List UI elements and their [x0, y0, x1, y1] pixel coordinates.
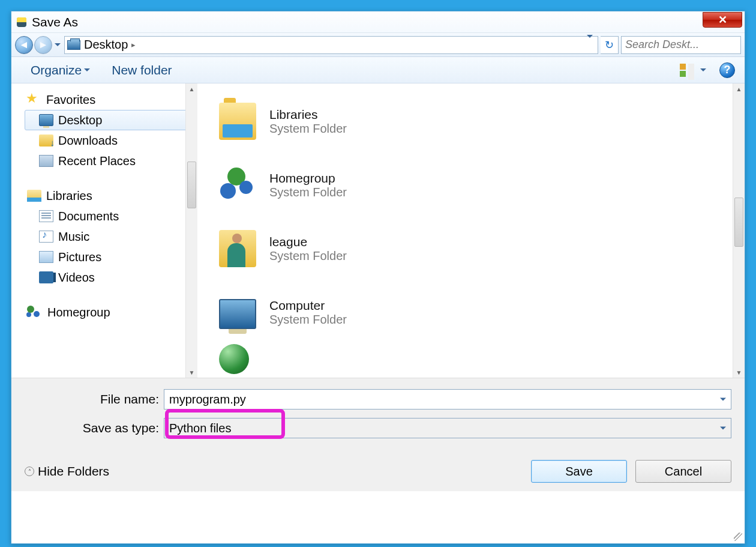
dialog-footer: File name: myprogram.py Save as type: Py… — [11, 378, 745, 491]
downloads-icon — [39, 134, 53, 147]
homegroup-icon — [27, 306, 43, 319]
list-item[interactable]: Computer System Folder — [219, 280, 729, 344]
sidebar-item-label: Pictures — [58, 250, 101, 264]
resize-grip-icon[interactable] — [734, 533, 742, 541]
scroll-up-icon[interactable]: ▲ — [186, 83, 197, 94]
homegroup-icon — [219, 166, 256, 204]
breadcrumb-location: Desktop — [84, 38, 128, 52]
toolbar: Organize New folder ? — [11, 57, 745, 83]
sidebar-item-downloads[interactable]: Downloads — [25, 130, 196, 151]
refresh-button[interactable]: ↻ — [601, 36, 619, 54]
monitor-icon — [39, 114, 53, 126]
recent-places-icon — [39, 155, 53, 167]
star-icon — [27, 94, 41, 106]
sidebar-item-label: Desktop — [58, 113, 102, 127]
close-button[interactable]: ✕ — [703, 12, 742, 28]
sidebar-item-label: Videos — [58, 271, 95, 285]
sidebar-item-recent-places[interactable]: Recent Places — [25, 151, 196, 171]
sidebar-item-label: Homegroup — [47, 306, 110, 319]
libraries-icon — [219, 103, 256, 140]
user-folder-icon — [219, 230, 256, 267]
chevron-down-icon — [84, 68, 90, 71]
savetype-value: Python files — [169, 422, 231, 435]
scroll-down-icon[interactable]: ▼ — [186, 367, 197, 378]
chevron-down-icon[interactable] — [720, 427, 726, 430]
filename-label: File name: — [25, 392, 164, 406]
organize-menu[interactable]: Organize — [31, 63, 90, 77]
sidebar-scrollbar[interactable]: ▲ ▼ — [185, 83, 197, 378]
sidebar-item-label: Documents — [58, 210, 119, 223]
computer-icon — [219, 299, 256, 329]
list-item[interactable] — [219, 344, 729, 374]
library-icon — [27, 190, 41, 202]
new-folder-button[interactable]: New folder — [112, 63, 172, 77]
new-folder-label: New folder — [112, 63, 172, 77]
save-button[interactable]: Save — [531, 460, 627, 483]
help-icon: ? — [724, 64, 731, 76]
document-icon — [39, 210, 53, 222]
close-icon: ✕ — [718, 13, 727, 26]
sidebar-item-label: Music — [58, 230, 89, 244]
sidebar-favorites-header[interactable]: Favorites — [25, 89, 196, 110]
window-title: Save As — [32, 15, 78, 29]
scroll-up-icon[interactable]: ▲ — [733, 83, 745, 94]
list-item-title: Homegroup — [269, 171, 347, 186]
pictures-icon — [39, 251, 53, 263]
list-item[interactable]: league System Folder — [219, 217, 729, 280]
sidebar-item-videos[interactable]: Videos — [25, 267, 196, 288]
sidebar-item-label: Recent Places — [58, 154, 136, 168]
sidebar-header-label: Libraries — [46, 189, 92, 203]
list-item-subtitle: System Folder — [269, 186, 347, 199]
sidebar-item-homegroup[interactable]: Homegroup — [25, 302, 196, 322]
list-item[interactable]: Homegroup System Folder — [219, 153, 729, 217]
organize-label: Organize — [31, 63, 82, 77]
view-icon — [680, 64, 698, 77]
sidebar-item-pictures[interactable]: Pictures — [25, 247, 196, 267]
nav-history-dropdown[interactable] — [53, 36, 62, 54]
app-icon — [15, 16, 28, 29]
search-input[interactable] — [625, 38, 756, 51]
chevron-down-icon[interactable] — [720, 398, 726, 401]
sidebar-item-music[interactable]: Music — [25, 226, 196, 247]
breadcrumb-dropdown[interactable] — [582, 38, 598, 52]
music-icon — [39, 231, 53, 243]
list-item-title: league — [269, 235, 347, 249]
desktop-icon — [67, 40, 80, 50]
videos-icon — [39, 271, 53, 283]
hide-folders-button[interactable]: ˄ Hide Folders — [25, 464, 109, 479]
dialog-body: Favorites Desktop Downloads Recent Place… — [11, 83, 745, 378]
sidebar-header-label: Favorites — [46, 93, 95, 107]
save-as-dialog: Save As ✕ ◄ ► Desktop ▸ ↻ 🔍 Organize — [11, 11, 745, 544]
sidebar-item-label: Downloads — [58, 134, 118, 148]
filename-input[interactable]: myprogram.py — [164, 389, 731, 409]
file-list: Libraries System Folder Homegroup System… — [197, 83, 745, 378]
content-scrollbar[interactable]: ▲ ▼ — [733, 83, 745, 378]
title-bar: Save As ✕ — [11, 11, 745, 33]
breadcrumb-bar[interactable]: Desktop ▸ — [64, 36, 598, 54]
forward-button[interactable]: ► — [34, 36, 52, 54]
chevron-right-icon[interactable]: ▸ — [131, 40, 136, 49]
sidebar-libraries-header[interactable]: Libraries — [25, 186, 196, 206]
list-item-title: Computer — [269, 298, 347, 313]
navigation-bar: ◄ ► Desktop ▸ ↻ 🔍 — [11, 33, 745, 57]
chevron-down-icon — [700, 68, 706, 71]
sidebar-item-documents[interactable]: Documents — [25, 206, 196, 226]
cancel-button[interactable]: Cancel — [635, 460, 731, 483]
scroll-down-icon[interactable]: ▼ — [733, 367, 745, 378]
view-options-button[interactable] — [680, 64, 706, 77]
list-item[interactable]: Libraries System Folder — [219, 89, 729, 153]
search-box[interactable]: 🔍 — [621, 36, 741, 54]
savetype-label: Save as type: — [25, 421, 164, 435]
list-item-subtitle: System Folder — [269, 122, 347, 136]
scroll-thumb[interactable] — [187, 162, 196, 208]
filename-value: myprogram.py — [169, 393, 246, 406]
back-button[interactable]: ◄ — [15, 36, 33, 54]
collapse-icon: ˄ — [25, 467, 34, 476]
network-icon — [219, 344, 249, 374]
hide-folders-label: Hide Folders — [38, 464, 109, 479]
savetype-select[interactable]: Python files — [164, 418, 731, 438]
sidebar-item-desktop[interactable]: Desktop — [25, 110, 196, 130]
list-item-subtitle: System Folder — [269, 313, 347, 327]
scroll-thumb[interactable] — [734, 198, 743, 247]
help-button[interactable]: ? — [719, 62, 735, 78]
